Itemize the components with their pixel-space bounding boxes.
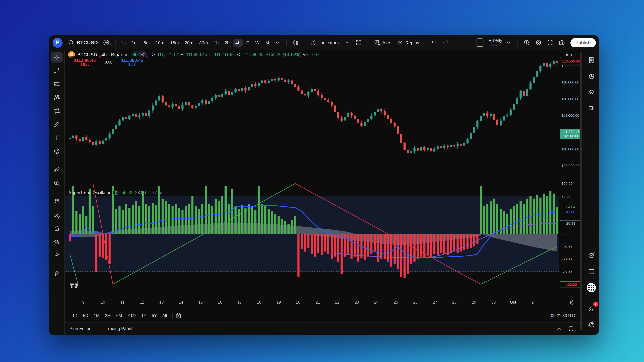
timeframe-4h[interactable]: 4h <box>233 39 243 46</box>
alert-button[interactable]: Alert <box>371 37 394 48</box>
timeframe-M[interactable]: M <box>263 39 272 46</box>
sidebar-layers-button[interactable] <box>586 87 597 98</box>
timeframe-30m[interactable]: 30m <box>197 39 210 46</box>
range-separator <box>172 313 173 319</box>
range-5y[interactable]: 5Y <box>149 312 160 319</box>
compare-button[interactable] <box>100 37 112 48</box>
time-label: 23 <box>355 300 359 305</box>
tool-xabcd[interactable] <box>51 92 62 103</box>
tool-lock[interactable] <box>51 223 62 233</box>
tool-crosshair[interactable] <box>51 52 62 62</box>
tool-brush[interactable] <box>51 119 62 130</box>
timeframe-W[interactable]: W <box>253 39 262 46</box>
chevron-up-icon[interactable] <box>555 325 562 332</box>
alarm-icon <box>588 72 595 80</box>
bottom-panel-tabs: Pine Editor Trading Panel <box>65 322 583 335</box>
open-value: 111,721.17 <box>157 52 178 57</box>
symbol-search-label: BTCUSD <box>77 40 98 45</box>
quick-search-button[interactable] <box>521 37 532 48</box>
currency-dropdown[interactable]: USD <box>560 51 582 58</box>
indicators-button[interactable]: Indicators <box>308 37 341 48</box>
range-6m[interactable]: 6M <box>114 312 125 319</box>
undo-button[interactable] <box>428 37 440 48</box>
range-3m[interactable]: 3M <box>102 312 114 319</box>
goto-date-icon[interactable] <box>176 312 182 319</box>
range-1m[interactable]: 1M <box>91 312 102 319</box>
magnet-icon <box>53 198 60 205</box>
sidebar-chat-button[interactable] <box>586 103 597 114</box>
range-1d[interactable]: 1D <box>70 312 80 319</box>
brush-icon <box>53 121 60 128</box>
tool-trendline[interactable] <box>51 65 62 76</box>
tab-trading-panel[interactable]: Trading Panel <box>106 326 132 331</box>
timeframe-D[interactable]: D <box>244 39 252 46</box>
tool-text[interactable] <box>51 132 62 143</box>
tool-ruler[interactable] <box>51 164 62 175</box>
timeframe-20m[interactable]: 20m <box>182 39 196 46</box>
oscillator-tick: 0.00 <box>562 232 568 236</box>
tool-pencil-lock[interactable] <box>51 209 62 220</box>
redo-button[interactable] <box>440 37 452 48</box>
symbol-search-button[interactable]: BTCUSD <box>65 37 100 48</box>
sidebar-alarm-button[interactable] <box>586 70 597 82</box>
candlestick-chart[interactable] <box>65 50 559 183</box>
tool-eye[interactable] <box>51 236 62 247</box>
oscillator-legend[interactable]: SuperTrend Oscillator {} 55.42 23.96 1.7… <box>69 190 162 195</box>
sidebar-watchlist-button[interactable] <box>586 54 597 66</box>
zoomin-icon <box>53 180 60 186</box>
tool-trash[interactable] <box>51 268 62 279</box>
time-axis[interactable]: 9101112131415161718192021222324252627282… <box>65 297 583 309</box>
timeframe-15m[interactable]: 15m <box>168 39 181 46</box>
tool-channel[interactable] <box>51 105 62 116</box>
range-all[interactable]: All <box>160 312 170 319</box>
tool-magnet[interactable] <box>51 196 62 207</box>
timeframe-2h[interactable]: 2h <box>222 39 232 46</box>
replay-button[interactable]: Replay <box>394 37 422 48</box>
timeframe-1h[interactable]: 1h <box>211 39 221 46</box>
range-5d[interactable]: 5D <box>80 312 91 319</box>
oscillator-chart[interactable] <box>65 183 559 297</box>
indicator-templates-button[interactable] <box>341 37 353 48</box>
high-label: H <box>180 52 184 57</box>
buy-button[interactable]: 111,880.45 BUY <box>116 56 148 68</box>
price-tick: 116,000.00 <box>562 97 579 101</box>
sidebar-calendar-button[interactable] <box>586 265 597 277</box>
pine-source-icon[interactable]: {} <box>113 190 119 195</box>
layout-select-icon[interactable] <box>476 38 484 47</box>
right-sidebar: 2 <box>583 50 598 335</box>
layout-grid-button[interactable] <box>353 37 364 48</box>
tool-hlines[interactable] <box>51 79 62 89</box>
timeframe-5m[interactable]: 5m <box>141 39 152 46</box>
timeframe-1s[interactable]: 1s <box>118 39 128 46</box>
range-1y[interactable]: 1Y <box>138 312 149 319</box>
range-ytd[interactable]: YTD <box>125 312 138 319</box>
sidebar-target-button[interactable] <box>586 249 597 261</box>
settings-button[interactable] <box>532 37 544 48</box>
account-menu[interactable]: PIneify Save <box>486 36 514 49</box>
publish-button[interactable]: Publish <box>570 38 596 47</box>
tool-smiley[interactable] <box>51 146 62 156</box>
chart-style-button[interactable] <box>290 37 301 48</box>
time-label: 15 <box>198 300 203 305</box>
tool-zoomin[interactable] <box>51 178 62 188</box>
account-save-link[interactable]: Save <box>491 43 500 47</box>
axis-settings-icon[interactable] <box>570 300 575 306</box>
snapshot-button[interactable] <box>556 37 568 48</box>
tool-link[interactable] <box>51 250 62 260</box>
fullscreen-button[interactable] <box>544 37 556 48</box>
timeframe-expand-button[interactable] <box>272 37 283 48</box>
app-logo[interactable]: P <box>52 38 62 48</box>
sidebar-apps-button[interactable] <box>586 282 597 293</box>
tradingview-logo[interactable] <box>70 283 79 290</box>
chart-area[interactable]: ₿ BTCUSD · 4h · Binance O111,721.17 H111… <box>65 50 583 297</box>
maximize-panel-icon[interactable] <box>568 325 574 332</box>
sell-button[interactable]: 111,880.45 SELL <box>69 56 101 68</box>
panel-resize-handle[interactable] <box>580 52 582 330</box>
sidebar-help-button[interactable] <box>586 319 597 330</box>
sidebar-signal-button[interactable]: 2 <box>586 303 597 314</box>
timeframe-10m[interactable]: 10m <box>153 39 167 46</box>
price-scale[interactable]: USD 120,000.00118,000.00116,000.00114,00… <box>559 50 583 297</box>
timeframe-1m[interactable]: 1m <box>129 39 140 46</box>
clock-utc[interactable]: 09:21:30 UTC <box>551 313 576 318</box>
tab-pine-editor[interactable]: Pine Editor <box>70 326 90 331</box>
